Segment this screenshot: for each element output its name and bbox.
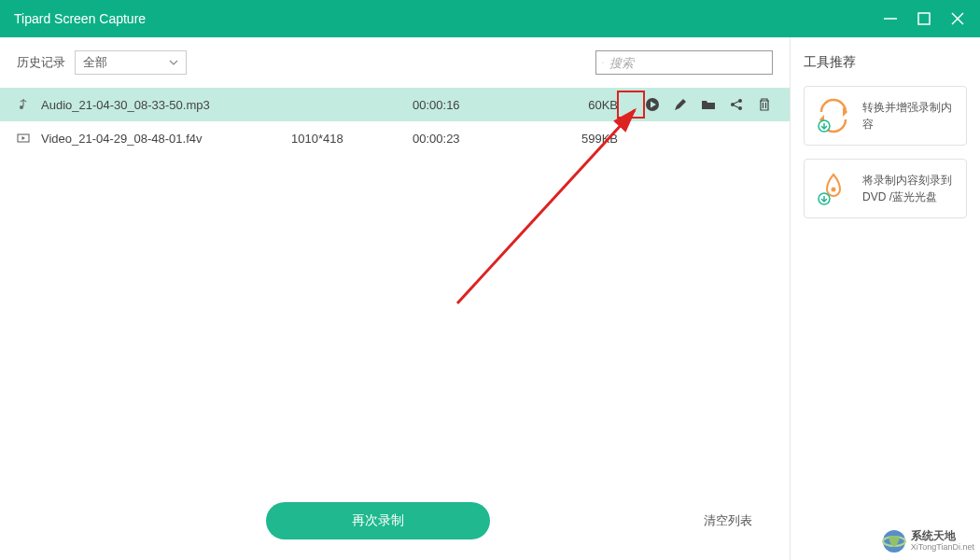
delete-button[interactable]: [756, 96, 773, 113]
app-title: Tipard Screen Capture: [14, 11, 146, 26]
svg-point-4: [602, 62, 603, 63]
convert-icon: [816, 98, 851, 133]
content-area: 历史记录 全部 Audio_21-04-30_08-33-50.mp3: [0, 37, 980, 560]
toolbar: 历史记录 全部: [0, 37, 790, 88]
svg-point-9: [738, 99, 742, 103]
table-row[interactable]: Video_21-04-29_08-48-01.f4v 1010*418 00:…: [0, 121, 790, 155]
table-row[interactable]: Audio_21-04-30_08-33-50.mp3 00:00:16 60K…: [0, 88, 790, 121]
watermark: 系统天地 XiTongTianDi.net: [881, 528, 974, 554]
tool-card-label: 转换并增强录制内容: [862, 99, 955, 133]
folder-button[interactable]: [700, 96, 717, 113]
tool-card-burn[interactable]: 将录制内容刻录到DVD /蓝光光盘: [804, 159, 967, 218]
sidebar: 工具推荐 转换并增强录制内容 将录制内容刻录到DVD /蓝光光盘: [791, 37, 980, 560]
footer: 再次录制 清空列表: [0, 485, 790, 560]
svg-point-10: [738, 106, 742, 110]
share-button[interactable]: [728, 96, 745, 113]
annotation-highlight-box: [617, 91, 645, 119]
file-name: Audio_21-04-30_08-33-50.mp3: [41, 98, 291, 112]
video-file-icon: [17, 132, 41, 145]
file-size: 599KB: [543, 132, 618, 146]
edit-button[interactable]: [672, 96, 689, 113]
file-name: Video_21-04-29_08-48-01.f4v: [41, 132, 291, 146]
svg-rect-1: [918, 13, 930, 24]
file-size: 60KB: [543, 98, 618, 112]
file-duration: 00:00:16: [413, 98, 543, 112]
svg-line-5: [603, 63, 604, 63]
clear-list-link[interactable]: 清空列表: [704, 512, 752, 529]
recordings-table: Audio_21-04-30_08-33-50.mp3 00:00:16 60K…: [0, 88, 790, 485]
chevron-down-icon: [169, 58, 178, 67]
titlebar[interactable]: Tipard Screen Capture: [0, 0, 980, 37]
watermark-globe-icon: [881, 528, 907, 554]
watermark-text-cn: 系统天地: [911, 530, 974, 542]
filter-dropdown[interactable]: 全部: [75, 50, 187, 75]
window-controls: [882, 10, 966, 27]
watermark-text-en: XiTongTianDi.net: [911, 543, 974, 553]
burn-icon: [816, 171, 851, 206]
sidebar-title: 工具推荐: [804, 54, 967, 71]
filter-value: 全部: [83, 54, 107, 71]
file-dimensions: 1010*418: [291, 132, 413, 146]
tool-card-convert[interactable]: 转换并增强录制内容: [804, 86, 967, 146]
minimize-button[interactable]: [882, 10, 899, 27]
svg-line-11: [735, 102, 739, 105]
maximize-button[interactable]: [916, 10, 932, 27]
tool-card-label: 将录制内容刻录到DVD /蓝光光盘: [862, 172, 955, 205]
file-duration: 00:00:23: [413, 132, 543, 146]
row-actions: [644, 96, 773, 113]
audio-file-icon: [17, 98, 41, 111]
search-input[interactable]: [609, 56, 766, 70]
svg-line-12: [735, 105, 739, 108]
close-button[interactable]: [949, 10, 966, 27]
search-box[interactable]: [595, 50, 773, 75]
main-panel: 历史记录 全部 Audio_21-04-30_08-33-50.mp3: [0, 37, 791, 560]
history-label: 历史记录: [17, 54, 65, 71]
search-icon: [602, 56, 604, 69]
app-window: Tipard Screen Capture 历史记录 全部: [0, 0, 980, 560]
play-button[interactable]: [644, 96, 661, 113]
svg-point-16: [832, 188, 836, 192]
svg-point-6: [20, 105, 23, 109]
record-again-button[interactable]: 再次录制: [266, 502, 490, 539]
